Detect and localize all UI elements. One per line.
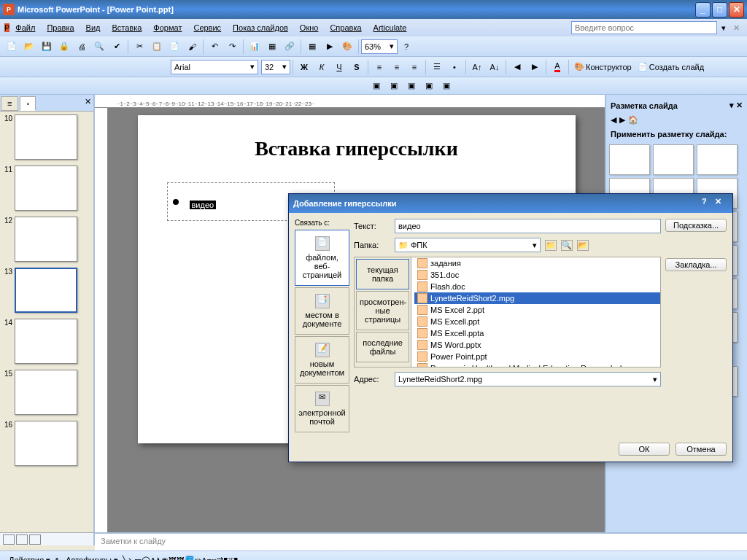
panel-close-icon[interactable]: ✕: [82, 95, 93, 111]
undo-icon[interactable]: ↶: [206, 39, 222, 55]
screentip-button[interactable]: Подсказка...: [665, 219, 727, 232]
folder-combo[interactable]: 📁 ФПК▾: [395, 238, 541, 252]
save-icon[interactable]: 💾: [39, 39, 55, 55]
select-icon[interactable]: ↖: [55, 556, 61, 560]
file-item[interactable]: Flash.doc: [414, 281, 660, 292]
paste-icon[interactable]: 📄: [166, 39, 182, 55]
decrease-indent-icon[interactable]: ◀: [509, 59, 525, 75]
grid-icon[interactable]: ▦: [304, 39, 320, 55]
back-icon[interactable]: ◀: [611, 115, 616, 125]
tab-email[interactable]: ✉электронной почтой: [295, 385, 349, 432]
font-name-combo[interactable]: Arial▾: [171, 60, 258, 74]
line-color-icon[interactable]: ✏: [195, 556, 201, 560]
ok-button[interactable]: ОК: [619, 443, 670, 456]
nav-browsed-pages[interactable]: просмотрен- ные страницы: [356, 291, 409, 330]
address-combo[interactable]: LynetteReidShort2.mpg▾: [395, 372, 661, 386]
file-item[interactable]: 351.doc: [414, 269, 660, 281]
increase-indent-icon[interactable]: ▶: [527, 59, 543, 75]
extra-icon[interactable]: ▣: [438, 78, 454, 94]
chart-icon[interactable]: 📊: [247, 39, 263, 55]
slide-thumbnail[interactable]: 15: [3, 370, 90, 415]
file-item[interactable]: MS Excel 2.ppt: [414, 304, 660, 316]
menu-format[interactable]: Формат: [147, 22, 187, 34]
autoshapes-menu[interactable]: Автофигуры ▾: [61, 554, 123, 560]
menu-insert[interactable]: Вставка: [106, 22, 147, 34]
layout-option[interactable]: [697, 144, 738, 175]
numbering-icon[interactable]: ☰: [429, 59, 445, 75]
slideshow-view-icon[interactable]: [29, 534, 41, 545]
increase-font-icon[interactable]: A↑: [469, 59, 485, 75]
font-color-icon[interactable]: A: [549, 59, 565, 75]
slide-thumbnail[interactable]: 11: [3, 166, 90, 211]
dialog-close-button[interactable]: ✕: [715, 197, 728, 210]
menu-file[interactable]: Файл: [9, 22, 41, 34]
hyperlink-icon[interactable]: 🔗: [282, 39, 298, 55]
diagram-icon[interactable]: ◉: [161, 556, 169, 560]
up-folder-icon[interactable]: 📁: [545, 240, 557, 251]
wordart-icon[interactable]: 𝐀: [155, 556, 161, 560]
bullet-text-selected[interactable]: видео: [190, 201, 217, 209]
bullets-icon[interactable]: •: [446, 59, 462, 75]
picture-icon[interactable]: 🖼: [177, 556, 185, 561]
file-item[interactable]: Program in Health and Medical Education …: [414, 362, 660, 367]
cancel-button[interactable]: Отмена: [676, 443, 727, 456]
file-item[interactable]: MS Excell.ppta: [414, 327, 660, 339]
forward-icon[interactable]: ▶: [619, 115, 625, 125]
new-slide-button[interactable]: 📄Создать слайд: [635, 62, 707, 71]
align-right-icon[interactable]: ≡: [406, 59, 422, 75]
oval-icon[interactable]: ◯: [142, 556, 150, 560]
extra-icon[interactable]: ▣: [368, 78, 384, 94]
menu-articulate[interactable]: Articulate: [368, 22, 413, 34]
menu-view[interactable]: Вид: [80, 22, 107, 34]
bold-icon[interactable]: Ж: [296, 59, 312, 75]
underline-icon[interactable]: Ч: [331, 59, 347, 75]
zoom-combo[interactable]: 63%▾: [361, 39, 398, 54]
print-icon[interactable]: 🖨: [74, 39, 90, 55]
tab-outline[interactable]: ≡: [1, 96, 18, 111]
menu-edit[interactable]: Правка: [41, 22, 80, 34]
file-item[interactable]: MS Excell.ppt: [414, 316, 660, 327]
menu-help[interactable]: Справка: [324, 22, 367, 34]
tab-slides[interactable]: ▫: [20, 96, 36, 111]
menu-window[interactable]: Окно: [294, 22, 325, 34]
shadow-icon[interactable]: S: [349, 59, 365, 75]
new-icon[interactable]: 📄: [4, 39, 20, 55]
open-icon[interactable]: 📂: [21, 39, 37, 55]
cut-icon[interactable]: ✂: [131, 39, 147, 55]
designer-button[interactable]: 🎨Конструктор: [571, 62, 635, 71]
dash-style-icon[interactable]: ┅: [212, 556, 217, 560]
permission-icon[interactable]: 🔒: [56, 39, 72, 55]
textbox-icon[interactable]: A: [150, 556, 155, 561]
tab-new-doc[interactable]: 📝новым документом: [295, 336, 349, 384]
nav-recent-files[interactable]: последние файлы: [356, 332, 409, 362]
file-item[interactable]: MS Word.pptx: [414, 339, 660, 351]
slide-title[interactable]: Вставка гиперссылки: [167, 137, 546, 160]
maximize-button[interactable]: □: [712, 2, 727, 18]
browse-web-icon[interactable]: 🔍: [561, 240, 573, 251]
slide-thumbnail[interactable]: 10: [3, 114, 90, 160]
extra-icon[interactable]: ▣: [403, 78, 419, 94]
decrease-font-icon[interactable]: A↓: [487, 59, 503, 75]
doc-close-button[interactable]: ✕: [730, 23, 743, 33]
file-list[interactable]: задания351.docFlash.docLynetteReidShort2…: [414, 257, 660, 367]
spellcheck-icon[interactable]: ✔: [109, 39, 125, 55]
extra-icon[interactable]: ▣: [386, 78, 402, 94]
dropdown-icon[interactable]: ▾: [717, 23, 730, 33]
arrow-style-icon[interactable]: ⇄: [217, 556, 223, 560]
italic-icon[interactable]: К: [314, 59, 330, 75]
extra-icon[interactable]: ▣: [421, 78, 437, 94]
close-button[interactable]: ✕: [729, 2, 744, 18]
tab-existing-file[interactable]: 📄файлом, веб-страницей: [295, 230, 349, 286]
3d-style-icon[interactable]: ◨: [231, 556, 238, 560]
copy-icon[interactable]: 📋: [149, 39, 165, 55]
color-icon[interactable]: 🎨: [339, 39, 355, 55]
sorter-view-icon[interactable]: [16, 534, 28, 545]
show-icon[interactable]: ▶: [322, 39, 338, 55]
arrow-icon[interactable]: ↘: [128, 556, 134, 560]
actions-menu[interactable]: Действия ▾: [4, 554, 55, 560]
file-item[interactable]: Power Point.ppt: [414, 351, 660, 362]
help-icon[interactable]: ?: [398, 39, 414, 55]
normal-view-icon[interactable]: [3, 534, 15, 545]
thumbnails-list[interactable]: 10111213141516: [0, 112, 93, 520]
line-icon[interactable]: ╲: [123, 556, 128, 560]
